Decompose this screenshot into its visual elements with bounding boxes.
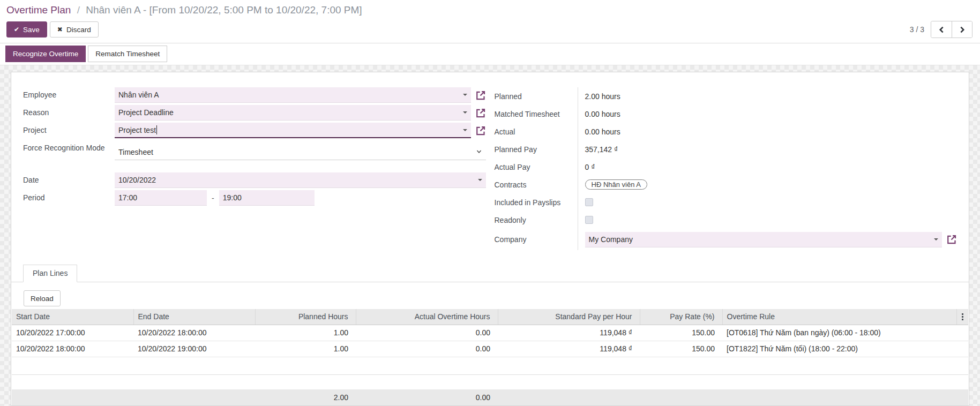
period-label: Period <box>23 190 115 206</box>
cell-standard-pay[interactable]: 119,048 ₫ <box>498 341 640 357</box>
cell-pay-rate[interactable]: 150.00 <box>640 341 722 357</box>
control-panel: Overtime Plan / Nhân viên A - [From 10/2… <box>0 0 980 43</box>
breadcrumb-separator: / <box>77 4 80 16</box>
total-planned-hours: 2.00 <box>255 389 356 405</box>
external-link-icon[interactable] <box>475 90 486 101</box>
readonly-label: Readonly <box>495 211 578 229</box>
company-field[interactable]: My Company <box>585 232 942 247</box>
external-link-icon[interactable] <box>475 108 486 118</box>
period-from-input[interactable]: 17:00 <box>115 190 207 206</box>
column-header-start-date[interactable]: Start Date <box>12 309 133 325</box>
period-separator: - <box>212 194 214 202</box>
tab-plan-lines[interactable]: Plan Lines <box>23 265 77 282</box>
cell-start-date[interactable]: 10/20/2022 17:00:00 <box>12 325 133 341</box>
project-label: Project <box>23 123 115 138</box>
contract-badge[interactable]: HĐ Nhân viên A <box>585 179 648 190</box>
employee-value: Nhân viên A <box>118 87 460 102</box>
chevron-right-icon <box>959 26 966 33</box>
cell-actual-hours[interactable]: 0.00 <box>356 341 498 357</box>
planned-label: Planned <box>495 87 578 105</box>
page-background: Employee Nhân viên A <box>0 65 980 406</box>
cell-overtime-rule[interactable]: [OT0618] Thứ Năm (ban ngày) (06:00 - 18:… <box>722 325 956 341</box>
column-header-pay-rate[interactable]: Pay Rate (%) <box>640 309 722 325</box>
table-header-row: Start Date End Date Planned Hours Actual… <box>12 309 968 325</box>
notebook-tabs: Plan Lines <box>11 264 969 282</box>
actual-value: 0.00 hours <box>578 123 957 140</box>
period-to-input[interactable]: 19:00 <box>219 190 315 206</box>
chevron-left-icon <box>938 26 945 33</box>
recognize-overtime-button[interactable]: Recognize Overtime <box>5 46 86 62</box>
table-row[interactable]: 10/20/2022 18:00:00 10/20/2022 19:00:00 … <box>12 341 968 357</box>
included-in-payslips-label: Included in Payslips <box>495 193 578 211</box>
cell-overtime-rule[interactable]: [OT1822] Thứ Năm (tối) (18:00 - 22:00) <box>722 341 956 357</box>
actual-pay-value: 0 ₫ <box>578 158 957 176</box>
date-value: 10/20/2022 <box>118 172 475 187</box>
employee-field[interactable]: Nhân viên A <box>115 87 471 103</box>
column-header-end-date[interactable]: End Date <box>133 309 255 325</box>
column-header-actual-overtime-hours[interactable]: Actual Overtime Hours <box>356 309 498 325</box>
company-value: My Company <box>589 232 931 247</box>
planned-pay-label: Planned Pay <box>495 140 578 158</box>
cell-actual-hours[interactable]: 0.00 <box>356 325 498 341</box>
table-row[interactable]: 10/20/2022 17:00:00 10/20/2022 18:00:00 … <box>12 325 968 341</box>
cell-standard-pay[interactable]: 119,048 ₫ <box>498 325 640 341</box>
save-button-label: Save <box>23 26 40 34</box>
dropdown-caret-icon[interactable] <box>478 179 482 181</box>
check-icon: ✔ <box>14 26 19 33</box>
force-recognition-mode-value: Timesheet <box>118 145 476 160</box>
cell-planned-hours[interactable]: 1.00 <box>255 341 356 357</box>
cell-end-date[interactable]: 10/20/2022 19:00:00 <box>133 341 255 357</box>
form-right-group: Planned 2.00 hours Matched Timesheet 0.0… <box>495 87 957 250</box>
totals-row: 2.00 0.00 <box>12 389 968 405</box>
reload-button[interactable]: Reload <box>24 290 61 306</box>
date-field[interactable]: 10/20/2022 <box>115 172 486 188</box>
column-header-standard-pay[interactable]: Standard Pay per Hour <box>498 309 640 325</box>
cell-pay-rate[interactable]: 150.00 <box>640 325 722 341</box>
dropdown-caret-icon[interactable] <box>934 238 938 240</box>
matched-timesheet-label: Matched Timesheet <box>495 105 578 123</box>
discard-button[interactable]: ✖ Discard <box>50 21 99 37</box>
form-sheet: Employee Nhân viên A <box>11 72 969 406</box>
reason-field[interactable]: Project Deadline <box>115 105 471 121</box>
project-field[interactable]: Project test <box>115 123 471 138</box>
pager: 3 / 3 <box>910 21 972 38</box>
breadcrumb: Overtime Plan / Nhân viên A - [From 10/2… <box>6 3 972 17</box>
readonly-checkbox[interactable] <box>585 216 593 224</box>
cross-icon: ✖ <box>57 26 63 33</box>
project-value: Project test <box>118 123 156 138</box>
cell-end-date[interactable]: 10/20/2022 18:00:00 <box>133 325 255 341</box>
discard-button-label: Discard <box>66 26 91 34</box>
included-in-payslips-checkbox[interactable] <box>585 198 593 206</box>
date-label: Date <box>23 172 115 188</box>
optional-columns-icon[interactable] <box>957 313 969 320</box>
dropdown-caret-icon[interactable] <box>463 129 467 131</box>
breadcrumb-root-link[interactable]: Overtime Plan <box>6 4 71 16</box>
dropdown-caret-icon[interactable] <box>463 111 467 114</box>
save-button[interactable]: ✔ Save <box>6 21 47 37</box>
planned-value: 2.00 hours <box>578 87 957 105</box>
empty-row[interactable] <box>12 357 968 374</box>
total-actual-hours: 0.00 <box>356 389 498 405</box>
external-link-icon[interactable] <box>946 234 957 245</box>
column-header-overtime-rule[interactable]: Overtime Rule <box>722 309 956 325</box>
force-recognition-mode-select[interactable]: Timesheet <box>115 145 486 160</box>
actual-label: Actual <box>495 123 578 140</box>
column-header-planned-hours[interactable]: Planned Hours <box>255 309 356 325</box>
table-totals: 2.00 0.00 <box>12 389 968 405</box>
rematch-timesheet-button[interactable]: Rematch Timesheet <box>88 46 167 62</box>
chevron-down-icon <box>476 145 482 160</box>
statusbar: Recognize Overtime Rematch Timesheet <box>0 43 980 65</box>
external-link-icon[interactable] <box>475 125 486 136</box>
cell-start-date[interactable]: 10/20/2022 18:00:00 <box>12 341 133 357</box>
cell-planned-hours[interactable]: 1.00 <box>255 325 356 341</box>
pager-previous-button[interactable] <box>931 21 952 37</box>
pager-next-button[interactable] <box>952 21 972 37</box>
employee-label: Employee <box>23 87 115 103</box>
dropdown-caret-icon[interactable] <box>463 94 467 96</box>
actual-pay-label: Actual Pay <box>495 158 578 176</box>
matched-timesheet-value: 0.00 hours <box>578 105 957 123</box>
breadcrumb-current: Nhân viên A - [From 10/20/22, 5:00 PM to… <box>86 4 362 16</box>
force-recognition-mode-label: Force Recognition Mode <box>23 140 115 164</box>
company-label: Company <box>495 229 578 250</box>
pager-counter: 3 / 3 <box>910 25 924 34</box>
